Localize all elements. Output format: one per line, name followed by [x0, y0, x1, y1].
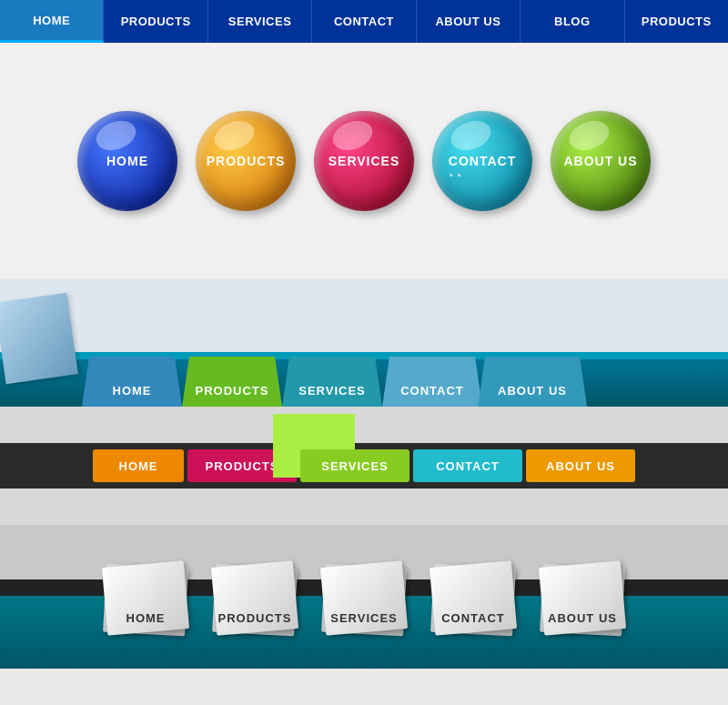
tab3d-services-label: SERVICES	[298, 384, 366, 398]
tab3d-aboutus-bg	[478, 357, 587, 407]
tab3d-home-bg	[82, 357, 182, 407]
tab3d-paper-card	[0, 293, 78, 384]
nav1-contact[interactable]: CONTACT	[312, 0, 416, 43]
tab3d-products[interactable]: PRODUCTS	[182, 343, 282, 407]
ball-aboutus-wrapper: ABOUT US	[551, 111, 651, 211]
ball-contact-label: CONTACT	[449, 154, 516, 168]
nav4-home-label: HOME	[119, 459, 158, 473]
nav5-contact-label: CONTACT	[441, 611, 505, 625]
nav4-products-label: PRODUCTS	[206, 459, 279, 473]
tab3d-contact-bg	[382, 357, 482, 407]
ball-nav-section: HOME PRODUCTS SERVICES CONTACT ABOUT US	[0, 43, 728, 279]
nav1-blog[interactable]: BLOG	[521, 0, 624, 43]
nav1-services[interactable]: SERVICES	[208, 0, 312, 43]
ball-products-wrapper: PRODUCTS	[196, 111, 296, 211]
nav1-products[interactable]: PRODUCTS	[104, 0, 207, 43]
nav5-services-label: SERVICES	[330, 611, 398, 625]
nav5-wrapper: HOME PRODUCTS SERVICES CONTACT ABOUT US	[0, 525, 728, 669]
tab3d-home-label: HOME	[113, 384, 152, 398]
ball-services-wrapper: SERVICES	[314, 111, 414, 211]
nav-bar-4: HOME PRODUCTS SERVICES CONTACT ABOUT US	[0, 443, 728, 488]
tab3d-services-bg	[282, 357, 382, 407]
ball-products-label: PRODUCTS	[207, 154, 286, 168]
nav4-contact-label: CONTACT	[436, 459, 500, 473]
tab3d-contact-label: CONTACT	[400, 384, 464, 398]
nav1-products2[interactable]: PRODUCTS	[625, 0, 728, 43]
ball-aboutus-label: ABOUT US	[563, 154, 637, 168]
nav5-home-label: HOME	[126, 611, 166, 625]
tab3d-products-label: PRODUCTS	[196, 384, 269, 398]
tab3d-aboutus-label: ABOUT US	[498, 384, 567, 398]
ball-services[interactable]: SERVICES	[314, 111, 414, 211]
tab3d-contact[interactable]: CONTACT	[382, 343, 482, 407]
nav5-aboutus-label: ABOUT US	[548, 611, 617, 625]
tab3d-services[interactable]: SERVICES	[282, 343, 382, 407]
ball-contact[interactable]: CONTACT	[432, 111, 532, 211]
ball-contact-wrapper: CONTACT	[432, 111, 532, 211]
nav4-services-label: SERVICES	[321, 459, 389, 473]
nav4-services[interactable]: SERVICES	[300, 449, 410, 482]
tab3d-aboutus[interactable]: ABOUT US	[482, 343, 582, 407]
tab3d-home[interactable]: HOME	[82, 343, 182, 407]
ball-services-label: SERVICES	[329, 154, 400, 168]
nav-bar-1: HOME PRODUCTS SERVICES CONTACT ABOUT US …	[0, 0, 728, 43]
nav4-wrapper: HOME PRODUCTS SERVICES CONTACT ABOUT US	[0, 407, 728, 525]
ball-products[interactable]: PRODUCTS	[196, 111, 296, 211]
tab3d-items: HOME PRODUCTS SERVICES CONTACT ABOUT US	[0, 279, 728, 407]
ball-home[interactable]: HOME	[77, 111, 177, 211]
nav4-aboutus-label: ABOUT US	[546, 459, 615, 473]
nav5-products-label: PRODUCTS	[218, 611, 292, 625]
nav1-aboutus[interactable]: ABOUT US	[417, 0, 521, 43]
nav5-items: HOME PRODUCTS SERVICES CONTACT ABOUT US	[0, 525, 728, 669]
ball-aboutus[interactable]: ABOUT US	[551, 111, 651, 211]
nav4-aboutus[interactable]: ABOUT US	[526, 449, 635, 482]
nav1-home[interactable]: HOME	[0, 0, 104, 43]
nav4-home[interactable]: HOME	[93, 449, 184, 482]
nav4-contact[interactable]: CONTACT	[413, 449, 522, 482]
tab3d-section: HOME PRODUCTS SERVICES CONTACT ABOUT US	[0, 279, 728, 407]
tab3d-products-bg	[182, 357, 282, 407]
ball-home-wrapper: HOME	[77, 111, 177, 211]
ball-home-label: HOME	[106, 154, 148, 168]
